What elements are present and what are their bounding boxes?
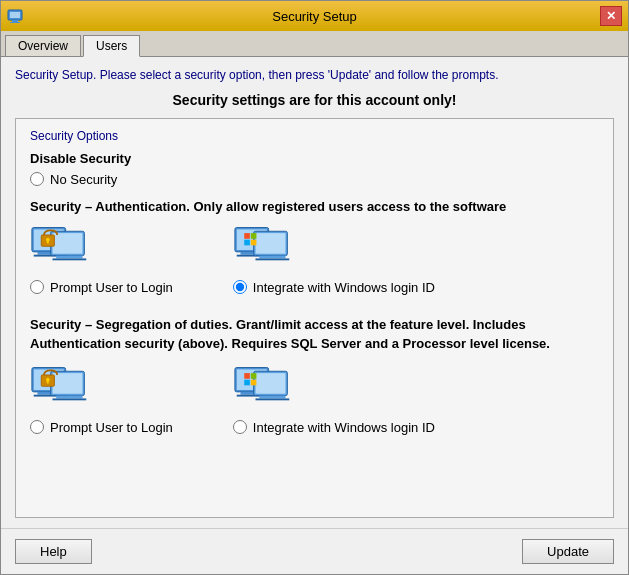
svg-rect-33 xyxy=(56,395,82,398)
auth-prompt-icon xyxy=(30,224,90,276)
svg-rect-23 xyxy=(244,233,250,239)
seg-prompt-label: Prompt User to Login xyxy=(50,420,173,435)
title-bar: Security Setup ✕ xyxy=(1,1,628,31)
app-icon xyxy=(7,8,23,24)
auth-windows-option: Integrate with Windows login ID xyxy=(233,224,435,295)
auth-prompt-radio[interactable] xyxy=(30,280,44,294)
svg-rect-10 xyxy=(56,255,82,258)
info-text: Security Setup. Please select a security… xyxy=(15,67,614,84)
svg-rect-45 xyxy=(255,398,289,400)
seg-prompt-radio[interactable] xyxy=(30,420,44,434)
auth-prompt-label: Prompt User to Login xyxy=(50,280,173,295)
main-window: Security Setup ✕ Overview Users Security… xyxy=(0,0,629,575)
seg-prompt-icon xyxy=(30,364,90,416)
no-security-radio[interactable] xyxy=(30,172,44,186)
update-button[interactable]: Update xyxy=(522,539,614,564)
tab-overview[interactable]: Overview xyxy=(5,35,81,56)
seg-windows-radio[interactable] xyxy=(233,420,247,434)
svg-rect-14 xyxy=(47,240,49,243)
svg-rect-1 xyxy=(10,12,20,18)
seg-section-title: Security – Segregation of duties. Grant/… xyxy=(30,315,599,354)
svg-rect-32 xyxy=(53,373,83,394)
disable-section-title: Disable Security xyxy=(30,151,599,166)
svg-rect-3 xyxy=(10,22,20,23)
svg-rect-44 xyxy=(259,395,285,398)
auth-windows-radio[interactable] xyxy=(233,280,247,294)
auth-icon-options: Prompt User to Login xyxy=(30,224,599,295)
title-bar-buttons: ✕ xyxy=(600,6,622,26)
svg-rect-11 xyxy=(53,258,87,260)
svg-rect-37 xyxy=(47,380,49,383)
auth-prompt-option: Prompt User to Login xyxy=(30,224,173,295)
auth-prompt-radio-row: Prompt User to Login xyxy=(30,280,173,295)
options-label: Security Options xyxy=(30,129,599,143)
seg-windows-label: Integrate with Windows login ID xyxy=(253,420,435,435)
svg-rect-9 xyxy=(53,233,83,254)
title-bar-left xyxy=(7,8,23,24)
no-security-option: No Security xyxy=(30,172,599,187)
seg-prompt-option: Prompt User to Login xyxy=(30,364,173,435)
svg-rect-22 xyxy=(255,258,289,260)
svg-rect-26 xyxy=(251,239,257,245)
tab-users[interactable]: Users xyxy=(83,35,140,57)
svg-rect-43 xyxy=(255,373,285,394)
seg-windows-radio-row: Integrate with Windows login ID xyxy=(233,420,435,435)
svg-rect-46 xyxy=(244,373,250,379)
tab-bar: Overview Users xyxy=(1,31,628,57)
footer: Help Update xyxy=(1,528,628,574)
auth-windows-label: Integrate with Windows login ID xyxy=(253,280,435,295)
seg-prompt-radio-row: Prompt User to Login xyxy=(30,420,173,435)
main-heading: Security settings are for this account o… xyxy=(15,92,614,108)
options-box: Security Options Disable Security No Sec… xyxy=(15,118,614,518)
svg-rect-48 xyxy=(244,379,250,385)
no-security-label: No Security xyxy=(50,172,117,187)
svg-rect-21 xyxy=(259,255,285,258)
close-button[interactable]: ✕ xyxy=(600,6,622,26)
content-area: Security Setup. Please select a security… xyxy=(1,57,628,528)
window-title: Security Setup xyxy=(272,9,357,24)
svg-rect-25 xyxy=(244,239,250,245)
auth-windows-icon xyxy=(233,224,293,276)
auth-windows-radio-row: Integrate with Windows login ID xyxy=(233,280,435,295)
svg-rect-49 xyxy=(251,379,257,385)
help-button[interactable]: Help xyxy=(15,539,92,564)
svg-rect-24 xyxy=(251,233,257,239)
svg-rect-2 xyxy=(12,20,18,22)
seg-icon-options: Prompt User to Login xyxy=(30,364,599,435)
svg-rect-34 xyxy=(53,398,87,400)
svg-rect-47 xyxy=(251,373,257,379)
auth-section-title: Security – Authentication. Only allow re… xyxy=(30,199,599,214)
seg-windows-icon xyxy=(233,364,293,416)
seg-windows-option: Integrate with Windows login ID xyxy=(233,364,435,435)
svg-rect-20 xyxy=(255,233,285,254)
